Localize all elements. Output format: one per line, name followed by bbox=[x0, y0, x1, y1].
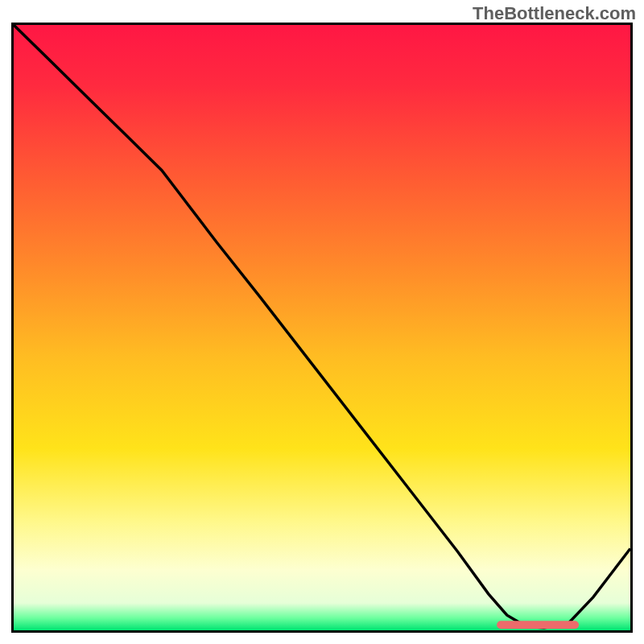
watermark-text: TheBottleneck.com bbox=[473, 3, 636, 24]
curve-layer bbox=[14, 25, 630, 630]
plot-area bbox=[11, 23, 633, 633]
chart-container: TheBottleneck.com bbox=[0, 0, 644, 644]
bottleneck-curve bbox=[14, 25, 630, 628]
